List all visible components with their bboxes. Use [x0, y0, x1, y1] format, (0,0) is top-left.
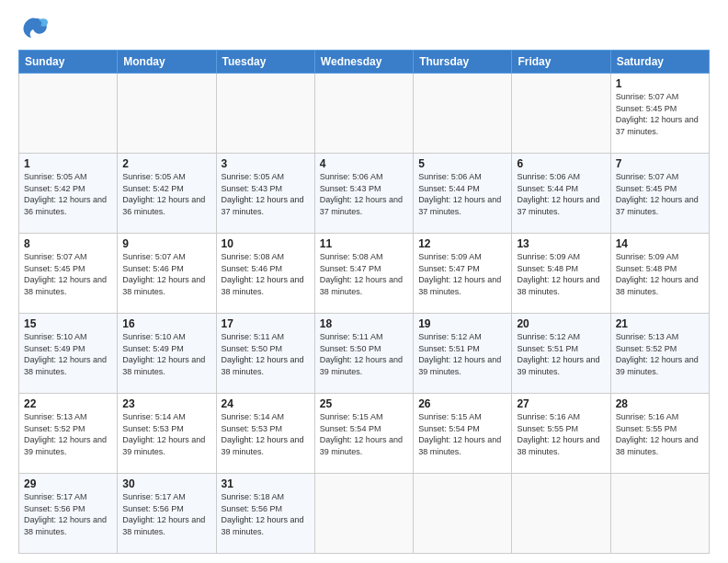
- day-info: Sunrise: 5:06 AMSunset: 5:44 PMDaylight:…: [517, 172, 599, 216]
- day-info: Sunrise: 5:05 AMSunset: 5:42 PMDaylight:…: [24, 172, 107, 216]
- day-number: 29: [24, 477, 112, 490]
- calendar-cell: 23 Sunrise: 5:14 AMSunset: 5:53 PMDaylig…: [118, 394, 216, 474]
- calendar-cell: 9 Sunrise: 5:07 AMSunset: 5:46 PMDayligh…: [118, 234, 216, 314]
- day-info: Sunrise: 5:09 AMSunset: 5:48 PMDaylight:…: [616, 252, 699, 296]
- calendar-header-row: SundayMondayTuesdayWednesdayThursdayFrid…: [19, 51, 710, 74]
- day-info: Sunrise: 5:15 AMSunset: 5:54 PMDaylight:…: [418, 412, 501, 456]
- day-info: Sunrise: 5:10 AMSunset: 5:49 PMDaylight:…: [24, 332, 107, 376]
- day-info: Sunrise: 5:07 AMSunset: 5:46 PMDaylight:…: [122, 252, 205, 296]
- calendar-cell: [512, 474, 610, 554]
- calendar-cell: [314, 474, 413, 554]
- calendar-cell: 24 Sunrise: 5:14 AMSunset: 5:53 PMDaylig…: [216, 394, 314, 474]
- day-info: Sunrise: 5:18 AMSunset: 5:56 PMDaylight:…: [222, 492, 304, 536]
- calendar-cell: 12 Sunrise: 5:09 AMSunset: 5:47 PMDaylig…: [414, 234, 512, 314]
- day-info: Sunrise: 5:09 AMSunset: 5:47 PMDaylight:…: [418, 252, 501, 296]
- day-info: Sunrise: 5:12 AMSunset: 5:51 PMDaylight:…: [418, 332, 501, 376]
- day-number: 15: [24, 317, 112, 330]
- calendar-cell: 17 Sunrise: 5:11 AMSunset: 5:50 PMDaylig…: [216, 314, 314, 394]
- calendar-week-row: 8 Sunrise: 5:07 AMSunset: 5:45 PMDayligh…: [19, 234, 710, 314]
- logo-bird-icon: [22, 15, 50, 40]
- calendar-cell: [314, 74, 413, 154]
- day-number: 31: [222, 477, 310, 490]
- calendar-cell: 30 Sunrise: 5:17 AMSunset: 5:56 PMDaylig…: [118, 474, 216, 554]
- day-number: 25: [320, 397, 408, 410]
- page: SundayMondayTuesdayWednesdayThursdayFrid…: [0, 0, 728, 563]
- day-info: Sunrise: 5:17 AMSunset: 5:56 PMDaylight:…: [122, 492, 205, 536]
- day-info: Sunrise: 5:06 AMSunset: 5:44 PMDaylight:…: [418, 172, 501, 216]
- day-info: Sunrise: 5:09 AMSunset: 5:48 PMDaylight:…: [517, 252, 599, 296]
- calendar-cell: 4 Sunrise: 5:06 AMSunset: 5:43 PMDayligh…: [314, 154, 413, 234]
- calendar-cell: 26 Sunrise: 5:15 AMSunset: 5:54 PMDaylig…: [414, 394, 512, 474]
- calendar-cell: [512, 74, 610, 154]
- calendar-week-row: 15 Sunrise: 5:10 AMSunset: 5:49 PMDaylig…: [19, 314, 710, 394]
- day-info: Sunrise: 5:07 AMSunset: 5:45 PMDaylight:…: [616, 92, 699, 136]
- calendar-cell: [19, 74, 118, 154]
- calendar-cell: [414, 474, 512, 554]
- calendar-cell: [216, 74, 314, 154]
- day-number: 24: [222, 397, 310, 410]
- calendar-cell: 16 Sunrise: 5:10 AMSunset: 5:49 PMDaylig…: [118, 314, 216, 394]
- day-number: 18: [320, 317, 408, 330]
- day-number: 12: [418, 237, 506, 250]
- day-number: 17: [222, 317, 310, 330]
- calendar-body: 1 Sunrise: 5:07 AMSunset: 5:45 PMDayligh…: [19, 74, 710, 554]
- calendar-header-thursday: Thursday: [414, 51, 512, 74]
- calendar-cell: 7 Sunrise: 5:07 AMSunset: 5:45 PMDayligh…: [610, 154, 709, 234]
- day-info: Sunrise: 5:13 AMSunset: 5:52 PMDaylight:…: [616, 332, 699, 376]
- day-info: Sunrise: 5:14 AMSunset: 5:53 PMDaylight:…: [122, 412, 205, 456]
- calendar-cell: 21 Sunrise: 5:13 AMSunset: 5:52 PMDaylig…: [610, 314, 709, 394]
- day-info: Sunrise: 5:17 AMSunset: 5:56 PMDaylight:…: [24, 492, 107, 536]
- day-number: 10: [222, 237, 310, 250]
- header: [18, 15, 710, 40]
- calendar-table: SundayMondayTuesdayWednesdayThursdayFrid…: [18, 50, 710, 554]
- day-number: 30: [122, 477, 210, 490]
- day-number: 5: [418, 157, 506, 170]
- calendar-cell: [118, 74, 216, 154]
- logo: [18, 15, 50, 40]
- day-number: 14: [616, 237, 704, 250]
- day-number: 21: [616, 317, 704, 330]
- calendar-cell: 28 Sunrise: 5:16 AMSunset: 5:55 PMDaylig…: [610, 394, 709, 474]
- day-info: Sunrise: 5:13 AMSunset: 5:52 PMDaylight:…: [24, 412, 107, 456]
- calendar-cell: 20 Sunrise: 5:12 AMSunset: 5:51 PMDaylig…: [512, 314, 610, 394]
- day-number: 3: [222, 157, 310, 170]
- calendar-cell: 27 Sunrise: 5:16 AMSunset: 5:55 PMDaylig…: [512, 394, 610, 474]
- day-number: 26: [418, 397, 506, 410]
- day-info: Sunrise: 5:07 AMSunset: 5:45 PMDaylight:…: [24, 252, 107, 296]
- day-info: Sunrise: 5:05 AMSunset: 5:42 PMDaylight:…: [122, 172, 205, 216]
- calendar-cell: 22 Sunrise: 5:13 AMSunset: 5:52 PMDaylig…: [19, 394, 118, 474]
- calendar-header-wednesday: Wednesday: [314, 51, 413, 74]
- day-number: 23: [122, 397, 210, 410]
- day-number: 16: [122, 317, 210, 330]
- day-info: Sunrise: 5:05 AMSunset: 5:43 PMDaylight:…: [222, 172, 304, 216]
- calendar-cell: 15 Sunrise: 5:10 AMSunset: 5:49 PMDaylig…: [19, 314, 118, 394]
- day-number: 1: [24, 157, 112, 170]
- calendar-cell: 1 Sunrise: 5:07 AMSunset: 5:45 PMDayligh…: [610, 74, 709, 154]
- calendar-cell: 8 Sunrise: 5:07 AMSunset: 5:45 PMDayligh…: [19, 234, 118, 314]
- calendar-header-saturday: Saturday: [610, 51, 709, 74]
- day-number: 2: [122, 157, 210, 170]
- day-info: Sunrise: 5:08 AMSunset: 5:46 PMDaylight:…: [222, 252, 304, 296]
- day-info: Sunrise: 5:16 AMSunset: 5:55 PMDaylight:…: [616, 412, 699, 456]
- calendar-cell: 3 Sunrise: 5:05 AMSunset: 5:43 PMDayligh…: [216, 154, 314, 234]
- calendar-cell: 1 Sunrise: 5:05 AMSunset: 5:42 PMDayligh…: [19, 154, 118, 234]
- calendar-week-row: 1 Sunrise: 5:05 AMSunset: 5:42 PMDayligh…: [19, 154, 710, 234]
- calendar-cell: 29 Sunrise: 5:17 AMSunset: 5:56 PMDaylig…: [19, 474, 118, 554]
- calendar-week-row: 29 Sunrise: 5:17 AMSunset: 5:56 PMDaylig…: [19, 474, 710, 554]
- calendar-cell: 5 Sunrise: 5:06 AMSunset: 5:44 PMDayligh…: [414, 154, 512, 234]
- day-number: 9: [122, 237, 210, 250]
- day-number: 7: [616, 157, 704, 170]
- calendar-cell: 13 Sunrise: 5:09 AMSunset: 5:48 PMDaylig…: [512, 234, 610, 314]
- calendar-cell: 10 Sunrise: 5:08 AMSunset: 5:46 PMDaylig…: [216, 234, 314, 314]
- day-info: Sunrise: 5:07 AMSunset: 5:45 PMDaylight:…: [616, 172, 699, 216]
- calendar-cell: 6 Sunrise: 5:06 AMSunset: 5:44 PMDayligh…: [512, 154, 610, 234]
- day-info: Sunrise: 5:16 AMSunset: 5:55 PMDaylight:…: [517, 412, 599, 456]
- calendar-cell: 25 Sunrise: 5:15 AMSunset: 5:54 PMDaylig…: [314, 394, 413, 474]
- day-info: Sunrise: 5:15 AMSunset: 5:54 PMDaylight:…: [320, 412, 403, 456]
- calendar-cell: 2 Sunrise: 5:05 AMSunset: 5:42 PMDayligh…: [118, 154, 216, 234]
- day-info: Sunrise: 5:11 AMSunset: 5:50 PMDaylight:…: [320, 332, 403, 376]
- day-number: 11: [320, 237, 408, 250]
- calendar-cell: 14 Sunrise: 5:09 AMSunset: 5:48 PMDaylig…: [610, 234, 709, 314]
- day-info: Sunrise: 5:14 AMSunset: 5:53 PMDaylight:…: [222, 412, 304, 456]
- day-number: 20: [517, 317, 605, 330]
